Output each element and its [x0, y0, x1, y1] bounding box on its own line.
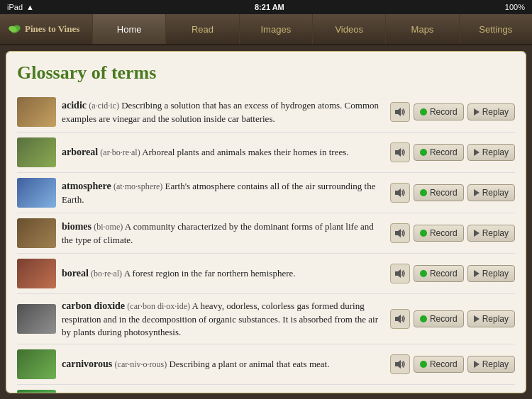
status-bar: iPad ▲ 8:21 AM 100% [0, 0, 532, 14]
nav-tab-home[interactable]: Home [92, 14, 165, 44]
glossary-content: Glossary of terms acidic (a·cid·ic) Desc… [6, 51, 526, 393]
record-button-boreal[interactable]: Record [414, 265, 464, 282]
svg-marker-8 [395, 360, 401, 369]
entry-image-boreal [17, 259, 56, 288]
sound-button-atmosphere[interactable] [390, 183, 410, 203]
sound-button-carbon_dioxide[interactable] [390, 309, 410, 329]
sound-button-boreal[interactable] [390, 264, 410, 283]
sound-button-biomes[interactable] [390, 223, 410, 243]
entry-definition-carnivorous: Describing a plant or animal that eats m… [169, 359, 329, 369]
replay-button-acidic[interactable]: Replay [467, 103, 515, 120]
device-label: iPad [7, 3, 23, 11]
replay-button-carnivorous[interactable]: Replay [467, 356, 515, 373]
entry-controls-carbon_dioxide: Record Replay [390, 309, 515, 329]
nav-tab-images[interactable]: Images [239, 14, 312, 44]
speaker-icon [394, 228, 406, 238]
record-button-carnivorous[interactable]: Record [414, 356, 464, 373]
entry-term-arboreal: arboreal [62, 147, 98, 157]
record-button-acidic[interactable]: Record [414, 103, 464, 120]
sound-button-carnivorous[interactable] [390, 354, 410, 374]
entry-definition-chlorophyll: Chlorophyll is a green pigment inside pl… [62, 393, 364, 393]
record-dot-acidic [420, 108, 427, 116]
entry-definition-boreal: A forest region in the far northern hemi… [124, 268, 296, 279]
record-dot-atmosphere [420, 189, 427, 196]
record-dot-carbon_dioxide [420, 315, 427, 322]
entry-controls-arboreal: Record Replay [390, 142, 515, 162]
glossary-entry-boreal: boreal (bo·re·al) A forest region in the… [17, 254, 515, 294]
speaker-icon [394, 359, 406, 369]
entry-text-boreal: boreal (bo·re·al) A forest region in the… [62, 266, 384, 281]
replay-label-carbon_dioxide: Replay [482, 314, 509, 324]
entry-text-chlorophyll: chlorophyll (chlo·ro·phyll) Chlorophyll … [62, 391, 384, 393]
replay-label-atmosphere: Replay [482, 188, 509, 198]
entry-term-acidic: acidic [62, 100, 87, 111]
record-label-arboreal: Record [430, 147, 458, 157]
speaker-icon [394, 269, 406, 279]
speaker-icon [394, 314, 406, 324]
replay-label-biomes: Replay [482, 228, 509, 238]
glossary-entry-chlorophyll: chlorophyll (chlo·ro·phyll) Chlorophyll … [17, 385, 515, 393]
app-title: Pines to Vines [0, 22, 92, 36]
entry-controls-biomes: Record Replay [390, 223, 515, 243]
sound-button-arboreal[interactable] [390, 142, 410, 162]
record-button-atmosphere[interactable]: Record [414, 184, 464, 201]
play-triangle-icon-carbon_dioxide [474, 315, 480, 322]
glossary-entry-carbon_dioxide: carbon dioxide (car·bon di·ox·ide) A hea… [17, 294, 515, 344]
play-triangle-icon-biomes [474, 230, 480, 237]
sound-button-acidic[interactable] [390, 102, 410, 122]
entry-term-biomes: biomes [62, 221, 92, 232]
replay-button-arboreal[interactable]: Replay [467, 144, 515, 161]
entry-text-atmosphere: atmosphere (at·mo·sphere) Earth's atmosp… [62, 179, 384, 206]
entry-pronunciation-arboreal: (ar·bo·re·al) [100, 147, 140, 157]
entry-text-carbon_dioxide: carbon dioxide (car·bon di·ox·ide) A hea… [62, 299, 384, 339]
nav-tab-read[interactable]: Read [165, 14, 238, 44]
svg-marker-3 [395, 148, 401, 157]
nav-tab-settings[interactable]: Settings [459, 14, 532, 44]
status-time: 8:21 AM [255, 3, 284, 11]
entry-image-chlorophyll [17, 390, 56, 393]
entry-text-arboreal: arboreal (ar·bo·re·al) Arboreal plants a… [62, 145, 384, 159]
wifi-icon: ▲ [26, 3, 34, 11]
entry-term-carbon_dioxide: carbon dioxide [62, 300, 125, 311]
record-button-arboreal[interactable]: Record [414, 144, 464, 161]
entry-controls-acidic: Record Replay [390, 102, 515, 122]
record-button-carbon_dioxide[interactable]: Record [414, 310, 464, 327]
entry-pronunciation-acidic: (a·cid·ic) [89, 101, 119, 111]
entry-image-atmosphere [17, 178, 56, 208]
nav-tab-maps[interactable]: Maps [385, 14, 458, 44]
entry-pronunciation-biomes: (bi·ome) [94, 222, 123, 232]
record-label-carnivorous: Record [430, 359, 458, 369]
replay-button-carbon_dioxide[interactable]: Replay [467, 310, 515, 327]
replay-label-carnivorous: Replay [482, 359, 509, 369]
page-title: Glossary of terms [17, 62, 515, 84]
entry-text-biomes: biomes (bi·ome) A community characterize… [62, 220, 384, 247]
speaker-icon [394, 147, 406, 157]
glossary-entry-atmosphere: atmosphere (at·mo·sphere) Earth's atmosp… [17, 173, 515, 213]
glossary-entry-acidic: acidic (a·cid·ic) Describing a solution … [17, 92, 515, 133]
entry-term-chlorophyll: chlorophyll [62, 393, 110, 393]
record-label-boreal: Record [430, 269, 458, 279]
play-triangle-icon-arboreal [474, 149, 480, 156]
glossary-entry-carnivorous: carnivorous (car·niv·o·rous) Describing … [17, 344, 515, 385]
entry-image-carnivorous [17, 349, 56, 379]
entry-image-arboreal [17, 137, 56, 167]
entry-pronunciation-carnivorous: (car·niv·o·rous) [115, 359, 167, 369]
glossary-entry-arboreal: arboreal (ar·bo·re·al) Arboreal plants a… [17, 133, 515, 173]
svg-marker-7 [395, 315, 401, 323]
nav-tab-videos[interactable]: Videos [312, 14, 385, 44]
entry-pronunciation-boreal: (bo·re·al) [91, 269, 122, 279]
speaker-icon [394, 107, 406, 117]
play-triangle-icon-carnivorous [474, 361, 480, 368]
entry-term-atmosphere: atmosphere [62, 181, 111, 191]
replay-button-boreal[interactable]: Replay [467, 265, 515, 282]
svg-marker-2 [395, 108, 401, 116]
record-dot-boreal [420, 270, 427, 277]
record-button-biomes[interactable]: Record [414, 225, 464, 242]
replay-label-arboreal: Replay [482, 147, 509, 157]
play-triangle-icon-boreal [474, 270, 480, 277]
play-triangle-icon-atmosphere [474, 189, 480, 196]
entry-term-boreal: boreal [62, 268, 89, 279]
entry-image-biomes [17, 218, 56, 248]
replay-button-atmosphere[interactable]: Replay [467, 184, 515, 201]
replay-button-biomes[interactable]: Replay [467, 225, 515, 242]
